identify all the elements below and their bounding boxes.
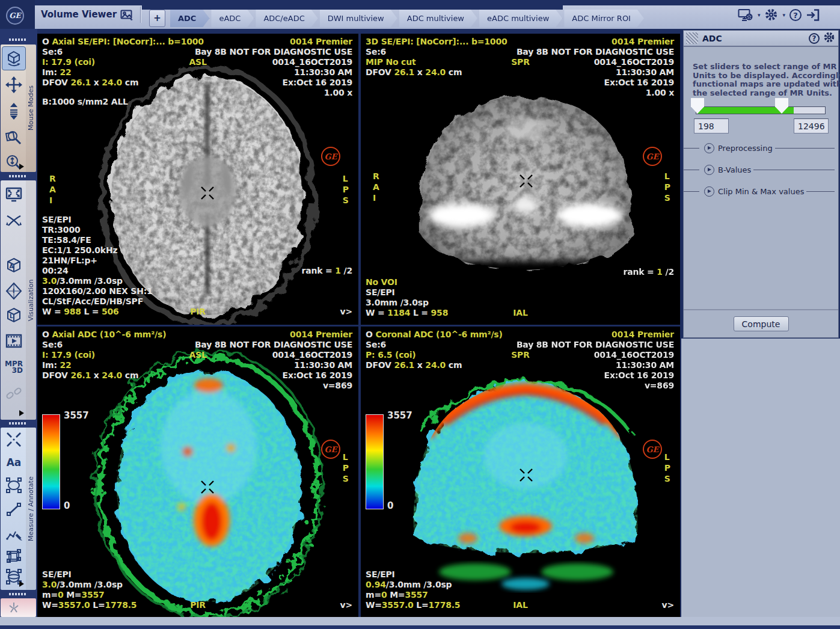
- scroll-icon: [5, 102, 23, 120]
- zoom-region-tool-button[interactable]: [2, 126, 26, 150]
- cube-roi-tool-button[interactable]: [2, 543, 26, 567]
- section-drag-handle[interactable]: [9, 175, 27, 177]
- section-drag-handle[interactable]: [9, 422, 27, 425]
- exam-annotations: 0014 PremierBay 8B NOT FOR DIAGNOSTIC US…: [517, 330, 674, 391]
- oblique-cube-tool-button[interactable]: I: [2, 279, 26, 303]
- view-menu-handle[interactable]: v>: [340, 307, 352, 317]
- svg-text:A: A: [10, 263, 14, 269]
- section-measure-annotate: Measure / Annotate Aa: [1, 428, 36, 590]
- settings-gear-caret[interactable]: ▾: [782, 12, 785, 18]
- orientation-left: RAI: [373, 171, 379, 203]
- help-icon[interactable]: ?: [789, 9, 802, 21]
- measure-line-tool-button[interactable]: [2, 497, 26, 521]
- orientation-bottom: IAL: [361, 308, 680, 318]
- display-settings-icon[interactable]: [738, 8, 753, 22]
- tab-adc-mirror-roi[interactable]: ADC Mirror ROI: [564, 10, 644, 27]
- capture-image-icon: [120, 10, 135, 21]
- display-settings-caret[interactable]: ▾: [758, 12, 761, 18]
- expand-play-icon[interactable]: [704, 186, 714, 197]
- tab-strip-backdrop: [142, 0, 563, 10]
- section-expand-arrow[interactable]: [19, 164, 24, 170]
- section-label: B-Values: [718, 165, 751, 174]
- panel-settings-button[interactable]: [823, 31, 835, 46]
- plane-label: SPR: [361, 350, 680, 360]
- svg-text:L: L: [10, 313, 13, 319]
- section-label-visualization: Visualization: [26, 180, 36, 420]
- volume-viewer-window: GE Volume Viewer + ADC eADC ADC/eADC DWI…: [0, 0, 840, 629]
- scroll-tool-button[interactable]: [2, 99, 26, 123]
- section-expand-arrow[interactable]: [19, 410, 24, 416]
- section-preprocessing[interactable]: Preprocessing: [684, 143, 835, 153]
- ellipse-roi-tool-button[interactable]: [2, 473, 26, 497]
- tab-eadc[interactable]: eADC: [211, 10, 254, 27]
- panel-footer: Compute: [684, 309, 838, 337]
- settings-gear-icon[interactable]: [764, 8, 778, 22]
- compute-button[interactable]: Compute: [734, 316, 789, 331]
- link-views-tool-button[interactable]: [2, 381, 26, 405]
- axial-cube-tool-button[interactable]: A: [2, 254, 26, 278]
- section-expand-arrow[interactable]: [19, 581, 24, 587]
- panel-title: ADC: [702, 34, 809, 43]
- panel-background: [681, 339, 840, 617]
- fit-screen-tool-button[interactable]: [2, 183, 26, 207]
- pan-icon: [5, 76, 23, 94]
- expand-play-icon[interactable]: [704, 165, 714, 175]
- tab-eadc-multiview[interactable]: eADC multiview: [479, 10, 562, 27]
- section-clip-min-max[interactable]: Clip Min & Max values: [684, 186, 835, 197]
- crosshair-cursor[interactable]: [200, 186, 215, 200]
- b-value-label: B:1000 s/mm2 ALL: [42, 97, 128, 107]
- left-cube-tool-button[interactable]: L: [2, 304, 26, 328]
- section-drag-handle[interactable]: [9, 38, 27, 41]
- viewport-axial-dwi[interactable]: O Axial SE/EPI: [NoCorr]:... b=1000Se:6I…: [37, 34, 358, 325]
- viewport-coronal-adc[interactable]: O Coronal ADC (10^-6 mm²/s)Se:6P: 6.5 (c…: [361, 327, 680, 617]
- viewport-axial-adc[interactable]: O Axial ADC (10^-6 mm²/s)Se:6I: 17.9 (co…: [37, 327, 358, 617]
- viewport-3d-mip[interactable]: 3D SE/EPI: [NoCorr]:... b=1000Se:6MIP No…: [361, 34, 680, 325]
- diamond-i-icon: I: [5, 282, 23, 300]
- range-max-input[interactable]: [794, 118, 829, 133]
- view-menu-handle[interactable]: v>: [662, 600, 674, 610]
- crosshair-icon: [5, 431, 22, 448]
- reformat-arrows-icon: [5, 212, 23, 230]
- crosshair-cursor[interactable]: [200, 480, 215, 494]
- text-annotation-tool-button[interactable]: Aa: [2, 450, 26, 474]
- tab-adc-multiview[interactable]: ADC multiview: [399, 10, 477, 27]
- cine-tool-button[interactable]: [2, 329, 26, 353]
- adc-colorbar: [42, 414, 60, 509]
- zoom-region-icon: [5, 129, 23, 147]
- plane-label: ASL: [37, 350, 358, 360]
- sparkle-tool-button[interactable]: [2, 598, 26, 617]
- tab-adc-eadc[interactable]: ADC/eADC: [256, 10, 317, 27]
- panel-grip-icon[interactable]: [686, 32, 698, 44]
- orientation-bottom: PIR: [37, 600, 358, 610]
- expand-play-icon[interactable]: [704, 143, 714, 153]
- reformat-tool-button[interactable]: [2, 209, 26, 233]
- bottom-edge: [0, 625, 840, 629]
- tab-dwi-multiview[interactable]: DWI multiview: [320, 10, 397, 27]
- section-b-values[interactable]: B-Values: [684, 164, 835, 175]
- mr-units-range-slider[interactable]: [696, 106, 826, 114]
- crosshair-cursor[interactable]: [519, 174, 533, 188]
- adc-panel-header: ADC ?: [684, 31, 838, 47]
- range-min-input[interactable]: [694, 118, 729, 133]
- capture-image-button[interactable]: [120, 10, 135, 23]
- adc-control-panel: ADC ? Set sliders to select range of MRU…: [683, 30, 839, 338]
- ge-logo: GE: [6, 7, 24, 25]
- crosshair-tool-button[interactable]: [2, 428, 26, 452]
- panel-help-icon[interactable]: ?: [809, 33, 820, 44]
- add-tab-button[interactable]: +: [149, 10, 165, 27]
- mpr-3d-tool-button[interactable]: MPR3D: [2, 355, 26, 379]
- titlebar-actions: ▾ ▾ ?: [738, 8, 820, 22]
- pan-tool-button[interactable]: [2, 73, 26, 97]
- crosshair-cursor[interactable]: [519, 468, 533, 482]
- ge-logo-red: GE: [643, 440, 662, 459]
- ellipse-roi-icon: [5, 476, 23, 494]
- tab-adc[interactable]: ADC: [170, 10, 209, 27]
- section-drag-handle[interactable]: [9, 593, 27, 595]
- exam-annotations: 0014 PremierBay 8B NOT FOR DIAGNOSTIC US…: [195, 37, 352, 98]
- section-label: Clip Min & Max values: [718, 187, 804, 196]
- polyline-tool-button[interactable]: [2, 521, 26, 545]
- view-menu-handle[interactable]: v>: [340, 600, 352, 610]
- rank-label: rank = 1 /2: [302, 266, 352, 276]
- exit-icon[interactable]: [806, 8, 820, 22]
- rotate-3d-tool-button[interactable]: [2, 46, 26, 70]
